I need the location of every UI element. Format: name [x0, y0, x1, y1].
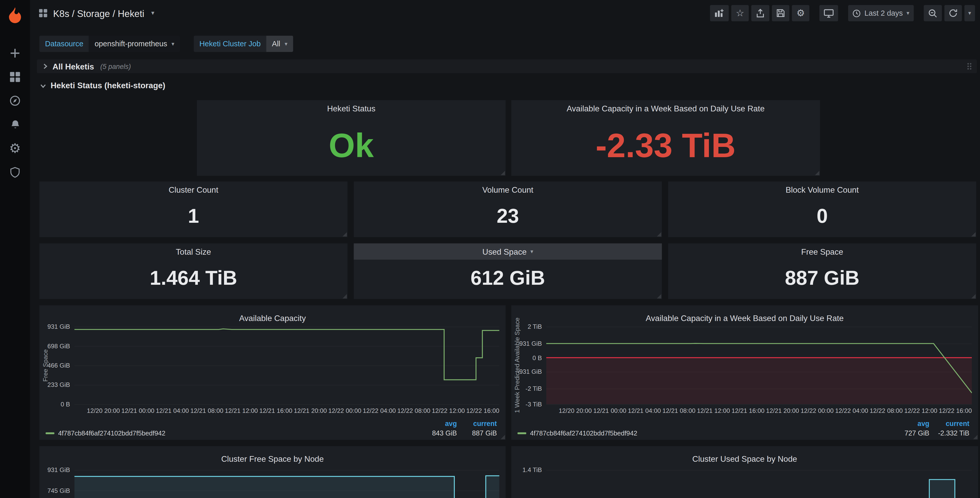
series-name[interactable]: 4f787cb84f6af274102bdd7f5bedf942 [530, 429, 897, 437]
y-axis-tick: 233 GiB [48, 381, 70, 388]
panel-title[interactable]: Volume Count [354, 181, 662, 198]
grafana-dashboard: ⚙ K8s / Storage / Heketi ▾ [0, 0, 980, 498]
x-axis-tick: 12/22 00:00 [801, 407, 834, 414]
panel-title[interactable]: Total Size [39, 243, 347, 260]
row-heketi-status[interactable]: Heketi Status (heketi-storage) [40, 81, 165, 90]
save-button[interactable] [772, 5, 789, 21]
x-axis-tick: 12/21 20:00 [294, 407, 327, 414]
add-panel-button[interactable] [710, 5, 729, 21]
chart-plot-area[interactable]: 1.4 TiB [546, 470, 972, 498]
caret-down-icon: ▾ [151, 10, 154, 16]
panel-title[interactable]: Cluster Used Space by Node [511, 450, 978, 467]
panel-title[interactable]: Heketi Status [197, 100, 506, 116]
panel-used-space: Used Space ▾ 612 GiB [354, 243, 662, 299]
stat-value: 0 [668, 198, 976, 237]
chart-canvas[interactable] [546, 470, 972, 498]
monitor-icon [824, 8, 834, 18]
legend-column-header[interactable]: avg [425, 420, 457, 427]
y-axis-tick: -3 TiB [525, 401, 542, 408]
zoom-out-button[interactable] [924, 5, 942, 21]
refresh-interval-dropdown[interactable]: ▾ [964, 5, 975, 21]
dashboard-breadcrumb[interactable]: K8s / Storage / Heketi ▾ [39, 8, 154, 18]
datasource-dropdown[interactable]: openshift-prometheus ▾ [89, 36, 180, 52]
panel-title[interactable]: Available Capacity in a Week Based on Da… [511, 310, 978, 326]
panel-title[interactable]: Block Volume Count [668, 181, 976, 198]
sidebar: ⚙ [0, 0, 30, 498]
sidebar-item-alerting[interactable] [8, 118, 22, 131]
x-axis: 12/20 20:0012/21 00:0012/21 04:0012/21 0… [546, 407, 972, 414]
threshold-region [546, 358, 972, 404]
row-all-heketis[interactable]: All Heketis (5 panels) [37, 59, 977, 73]
grafana-logo[interactable] [0, 0, 30, 29]
chart-canvas[interactable] [74, 470, 499, 498]
chart-plot-area[interactable]: 931 GiB698 GiB466 GiB233 GiB0 B [74, 327, 499, 404]
row-drag-handle[interactable] [967, 62, 972, 70]
dashboard-title: K8s / Storage / Heketi [53, 8, 145, 18]
chart-legend: avgcurrent4f787cb84f6af274102bdd7f5bedf9… [46, 420, 497, 437]
panel-title[interactable]: Available Capacity [39, 310, 506, 326]
variable-label: Datasource [39, 36, 89, 52]
gridline [546, 404, 972, 405]
legend-column-header[interactable]: current [457, 420, 497, 427]
panel-title[interactable]: Available Capacity in a Week Based on Da… [511, 100, 820, 116]
stat-value: 1.464 TiB [39, 260, 347, 299]
panel-title[interactable]: Cluster Free Space by Node [39, 450, 506, 467]
y-axis-tick: 0 B [532, 354, 542, 361]
gear-icon: ⚙ [797, 8, 805, 18]
sidebar-item-server-admin[interactable] [8, 165, 22, 179]
stat-value: 23 [354, 198, 662, 237]
x-axis-tick: 12/22 12:00 [904, 407, 937, 414]
mark-favorite-button[interactable]: ☆ [731, 5, 749, 21]
panel-title-text: Used Space [482, 247, 527, 256]
panel-title[interactable]: Cluster Count [39, 181, 347, 198]
legend-column-header[interactable]: current [929, 420, 969, 427]
x-axis-tick: 12/21 20:00 [766, 407, 799, 414]
series-color-dash[interactable] [46, 432, 54, 434]
legend-header-row: avgcurrent [517, 420, 969, 427]
sidebar-item-explore[interactable] [8, 94, 22, 108]
sidebar-item-dashboards[interactable] [8, 70, 22, 84]
sidebar-item-create[interactable] [8, 46, 22, 60]
variable-datasource: Datasource openshift-prometheus ▾ [39, 36, 180, 52]
share-button[interactable] [751, 5, 770, 21]
x-axis-tick: 12/20 20:00 [559, 407, 592, 414]
shield-icon [9, 166, 21, 178]
plus-icon [9, 47, 21, 59]
panel-title-menu[interactable]: Used Space ▾ [354, 243, 662, 260]
legend-column-header[interactable]: avg [897, 420, 929, 427]
dashboards-grid-icon [9, 71, 21, 83]
series-line [546, 479, 972, 498]
stat-value: -2.33 TiB [511, 116, 820, 176]
x-axis-tick: 12/21 08:00 [662, 407, 695, 414]
sidebar-item-configuration[interactable]: ⚙ [8, 142, 22, 155]
navbar-actions: ☆ ⚙ [710, 5, 975, 21]
time-range-picker[interactable]: Last 2 days ▾ [848, 5, 914, 21]
x-axis-tick: 12/21 08:00 [190, 407, 223, 414]
chart-canvas[interactable] [74, 327, 499, 404]
chart-canvas[interactable] [546, 327, 972, 404]
refresh-button[interactable] [944, 5, 962, 21]
panel-title[interactable]: Free Space [668, 243, 976, 260]
x-axis-tick: 12/22 04:00 [363, 407, 396, 414]
x-axis-tick: 12/21 04:00 [156, 407, 189, 414]
refresh-icon [949, 9, 958, 18]
legend-value: 843 GiB [425, 429, 457, 437]
cluster-job-dropdown[interactable]: All ▾ [266, 36, 293, 52]
cluster-job-value: All [272, 39, 280, 48]
clock-icon [853, 9, 861, 17]
stat-value: 1 [39, 198, 347, 237]
caret-down-icon: ▾ [285, 41, 288, 46]
chevron-right-icon [42, 63, 48, 69]
x-axis-tick: 12/21 04:00 [628, 407, 660, 414]
cycle-view-mode-button[interactable] [819, 5, 838, 21]
bell-icon [9, 118, 21, 131]
x-axis-tick: 12/22 12:00 [432, 407, 465, 414]
series-name[interactable]: 4f787cb84f6af274102bdd7f5bedf942 [58, 429, 424, 437]
x-axis-tick: 12/21 12:00 [225, 407, 258, 414]
star-icon: ☆ [736, 8, 745, 18]
dashboard-settings-button[interactable]: ⚙ [792, 5, 810, 21]
series-color-dash[interactable] [517, 432, 526, 434]
chart-plot-area[interactable]: 931 GiB745 GiB [74, 470, 499, 498]
chart-plot-area[interactable]: 2 TiB931 GiB0 B-931 GiB-2 TiB-3 TiB [546, 327, 972, 404]
caret-down-icon: ▾ [907, 10, 909, 16]
